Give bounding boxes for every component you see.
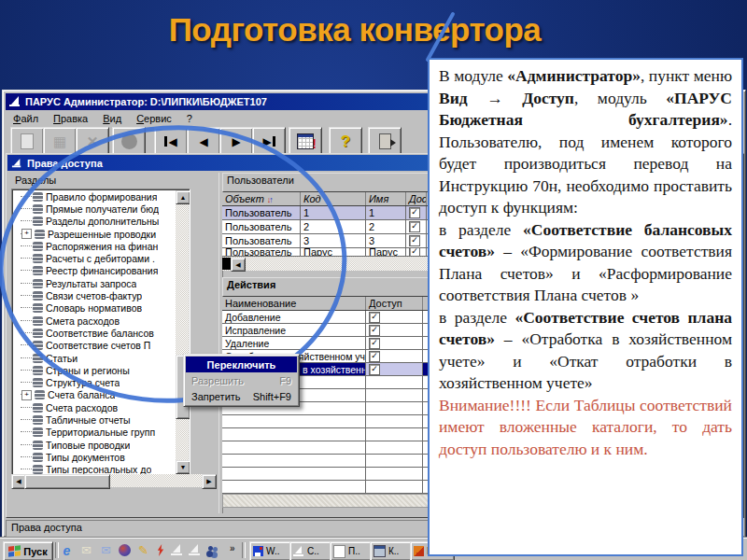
action-access-cell: ✓ [366,337,423,349]
access-checkbox[interactable]: ✓ [369,312,380,323]
menu-item-Сервис[interactable]: Сервис [129,112,179,126]
access-checkbox[interactable]: ✓ [369,364,380,375]
tree-item[interactable]: Прямые получатели бюд [13,203,176,215]
menu-item-?[interactable]: ? [179,112,200,126]
info-text-segment: В модуле [439,66,507,85]
edit-record-button[interactable]: ▦ [43,127,77,156]
expand-plus-icon[interactable]: + [21,390,32,400]
tree-item[interactable]: Типы документов [13,451,176,463]
parus-window-icon [12,158,21,167]
tree-item[interactable]: Соответствие счетов П [13,340,176,352]
tree-item[interactable]: Реестр финансирования [13,265,176,277]
actions-column-header-Доступ[interactable]: Доступ [366,297,423,310]
taskbar-button-C..[interactable]: C.. [289,541,334,560]
tree-horizontal-scrollbar[interactable]: ◀ ▶ [11,474,217,487]
globe-icon[interactable] [119,544,131,556]
scroll-left-icon[interactable]: ◀ [231,258,246,272]
users-column-header-Код[interactable]: Код [301,192,366,205]
users-column-header-Имя[interactable]: Имя [366,192,406,205]
users-column-header-Объект[interactable]: Объект↓↑ [222,192,301,205]
access-checkbox[interactable]: ✓ [369,325,380,336]
nav-last-button[interactable]: ▶ [252,127,286,156]
access-checkbox[interactable]: ✓ [369,338,380,349]
tree-item[interactable]: Структура счета [13,376,176,388]
section-icon [33,465,43,474]
tree-item[interactable]: Статьи [13,352,176,364]
bolt-icon[interactable] [156,544,165,556]
app-title: ПАРУС Администратор: D:\ЛИПКИ\БЮДЖЕТ107 [25,96,267,107]
record-button[interactable] [112,127,146,156]
access-checkbox[interactable]: ✓ [409,221,420,232]
tree-item[interactable]: Территориальные групп [13,427,176,439]
tree-item[interactable]: Страны и регионы [13,364,176,376]
menu-item-Правка[interactable]: Правка [46,112,95,126]
start-button[interactable]: Пуск [3,541,53,560]
context-menu-item-Переключить[interactable]: Переключить [186,357,297,372]
scroll-down-icon[interactable]: ▼ [176,460,190,474]
help-icon: ? [341,133,350,151]
tree-vertical-scrollbar[interactable]: ▲ ▼ [176,190,189,474]
tree-hscrollbar-thumb[interactable] [24,474,110,489]
new-record-button[interactable] [10,127,44,156]
mail2-icon[interactable]: ✉ [99,543,113,557]
nav-next-button[interactable]: ▶ [219,127,253,156]
tree-item[interactable]: Правило формирования [13,190,176,203]
access-checkbox[interactable]: ✓ [409,235,420,246]
expand-plus-icon[interactable]: + [21,229,32,239]
tree-item[interactable]: Словарь нормативов [13,302,176,315]
tree-item[interactable]: Результаты запроса [13,277,176,289]
tree-item[interactable]: Типы персональных до [13,464,176,474]
menu-item-Вид[interactable]: Вид [95,112,129,126]
pencil-icon[interactable]: ✎ [136,543,150,557]
users-column-header-Доступ[interactable]: Доступ [406,192,427,205]
section-icon [33,354,43,363]
tree-item[interactable]: Связи счетов-фактур [13,289,176,301]
context-menu-item-Запретить[interactable]: ЗапретитьShift+F9 [186,388,297,404]
tree-item-label: Распоряжения на финан [46,241,158,252]
tree-item[interactable]: Соответствие балансов [13,327,176,339]
quick-launch-overflow-chevron[interactable]: » [230,543,235,553]
nav-first-button[interactable]: ◀ [154,127,188,156]
sail-icon[interactable] [171,544,183,556]
section-icon [33,192,43,202]
exit-door-icon [379,133,391,149]
tree-item[interactable]: Счета расходов [13,401,176,413]
access-checkbox[interactable]: ✓ [409,207,420,218]
tree-item[interactable]: Расчеты с дебиторами . [13,252,176,264]
sections-tree: Правило формированияПрямые получатели бю… [11,189,190,476]
taskbar-separator [55,542,59,558]
scroll-up-icon[interactable]: ▲ [176,190,190,204]
section-icon [35,390,45,399]
tree-item-label: Типы документов [46,452,125,463]
scroll-right-icon[interactable]: ▶ [202,474,217,489]
empty-cell [222,481,366,493]
tree-item[interactable]: Типовые проводки [13,439,176,451]
taskbar-button-К..[interactable]: К.. [370,541,415,560]
sail-icon[interactable] [189,544,201,556]
menu-item-Файл[interactable]: Файл [6,112,46,126]
access-checkbox[interactable]: ✓ [369,351,380,362]
tree-item[interactable]: Смета расходов [13,315,176,327]
calendar-button[interactable]: ! [289,127,322,156]
action-name-cell: Исправление [222,324,366,336]
delete-record-button[interactable]: ✕ [76,127,109,156]
tree-item[interactable]: Распоряжения на финан [13,240,176,252]
windows-logo-icon [8,545,21,556]
access-checkbox[interactable]: ✓ [409,248,420,256]
tree-item[interactable]: Табличные отчеты [13,413,176,426]
tree-connector [21,419,32,421]
nav-prev-button[interactable]: ◀ [187,127,220,156]
context-menu: ПереключитьРазрешитьF9ЗапретитьShift+F9 [183,354,300,407]
exit-button[interactable] [368,127,402,156]
help-button[interactable]: ? [329,127,362,156]
tree-item[interactable]: +Счета баланса [13,389,176,401]
taskbar-button-W..[interactable]: W.. [249,541,294,560]
actions-column-header-Наименование[interactable]: Наименование [222,297,366,310]
people-icon[interactable] [206,544,219,556]
tree-item-label: Расчеты с дебиторами . [46,253,155,264]
ie-icon[interactable]: e [60,543,74,557]
tree-item[interactable]: +Разрешенные проводки [13,228,176,240]
tree-item[interactable]: Разделы дополнительны [13,216,176,228]
mail1-icon[interactable]: ✉ [79,543,93,557]
taskbar-button-П..[interactable]: П.. [330,541,374,560]
